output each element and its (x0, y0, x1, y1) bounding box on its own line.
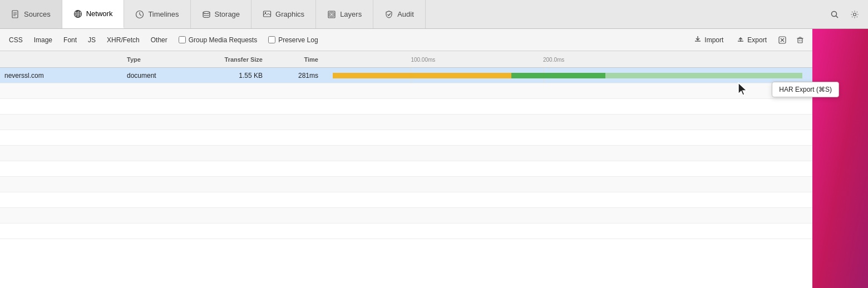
ruler-label-200ms: 200.0ms (543, 56, 564, 62)
table-row[interactable]: neverssl.com document 1.55 KB 281ms (0, 68, 812, 83)
col-type-header[interactable]: Type (122, 56, 195, 63)
col-size-header[interactable]: Transfer Size (195, 56, 267, 63)
clear-icon-btn[interactable] (775, 32, 790, 48)
cell-name: neverssl.com (0, 72, 122, 80)
timelines-icon (135, 10, 144, 19)
tab-storage-label: Storage (215, 10, 240, 18)
layers-icon (327, 10, 336, 19)
empty-row-2 (0, 99, 812, 115)
svg-point-18 (854, 13, 856, 16)
empty-row-7 (0, 177, 812, 192)
tab-timelines-label: Timelines (148, 10, 179, 18)
group-media-label: Group Media Requests (189, 36, 257, 44)
empty-row-5 (0, 146, 812, 161)
trash-icon-btn[interactable] (792, 32, 808, 48)
cell-waterfall (323, 68, 812, 83)
group-media-input[interactable] (179, 36, 186, 43)
import-icon (694, 35, 702, 44)
svg-point-10 (203, 11, 210, 13)
svg-point-12 (265, 12, 266, 13)
svg-rect-14 (329, 12, 334, 17)
preserve-log-label: Preserve Log (278, 36, 318, 44)
svg-rect-22 (798, 38, 802, 43)
bar-light-green (605, 73, 803, 78)
settings-icon-btn[interactable] (846, 6, 864, 23)
ruler-label-100ms: 100.00ms (411, 56, 435, 62)
right-panel (812, 29, 868, 288)
filter-font[interactable]: Font (59, 34, 81, 46)
tab-actions (821, 0, 868, 28)
export-label: Export (747, 36, 767, 44)
cell-type: document (122, 72, 195, 80)
import-label: Import (704, 36, 723, 44)
storage-icon (202, 10, 211, 19)
bar-green (511, 73, 605, 78)
filter-bar: CSS Image Font JS XHR/Fetch Other Group … (0, 29, 812, 51)
empty-row-8 (0, 192, 812, 208)
tab-timelines[interactable]: Timelines (124, 0, 190, 28)
tab-sources-label: Sources (24, 10, 51, 18)
import-button[interactable]: Import (688, 33, 729, 46)
svg-line-9 (140, 14, 141, 16)
tab-graphics-label: Graphics (275, 10, 304, 18)
empty-row-3 (0, 115, 812, 130)
audit-icon (384, 10, 393, 19)
cell-size: 1.55 KB (195, 72, 267, 80)
waterfall-bars (333, 73, 803, 78)
graphics-icon (263, 10, 272, 19)
group-media-checkbox[interactable]: Group Media Requests (174, 34, 262, 46)
preserve-log-input[interactable] (268, 36, 275, 43)
tab-spacer (426, 0, 821, 28)
tab-audit-label: Audit (397, 10, 414, 18)
filter-xhr[interactable]: XHR/Fetch (102, 34, 144, 46)
tab-network-label: Network (86, 9, 113, 18)
preserve-log-checkbox[interactable]: Preserve Log (264, 34, 322, 46)
content-area: CSS Image Font JS XHR/Fetch Other Group … (0, 29, 812, 288)
network-icon (73, 9, 82, 18)
tab-network[interactable]: Network (62, 0, 125, 28)
search-icon-btn[interactable] (826, 6, 844, 23)
empty-row-9 (0, 208, 812, 224)
table-header: Type Transfer Size Time 100.00ms 200.0ms (0, 51, 812, 68)
svg-line-17 (836, 16, 838, 18)
tab-layers[interactable]: Layers (316, 0, 373, 28)
filter-image[interactable]: Image (29, 34, 57, 46)
tab-layers-label: Layers (340, 10, 362, 18)
sources-icon (11, 10, 20, 19)
empty-row-4 (0, 130, 812, 146)
tab-graphics[interactable]: Graphics (251, 0, 316, 28)
tab-sources[interactable]: Sources (0, 0, 62, 28)
export-button[interactable]: Export (731, 33, 772, 46)
cell-time: 281ms (267, 72, 323, 80)
tab-bar: Sources Network Timelines (0, 0, 868, 29)
col-time-header[interactable]: Time (267, 56, 323, 63)
bar-yellow (333, 73, 511, 78)
tab-audit[interactable]: Audit (373, 0, 426, 28)
filter-css[interactable]: CSS (4, 34, 27, 46)
empty-row-1 (0, 83, 812, 99)
empty-row-6 (0, 161, 812, 177)
tab-storage[interactable]: Storage (191, 0, 252, 28)
svg-point-16 (832, 11, 837, 16)
main-content: CSS Image Font JS XHR/Fetch Other Group … (0, 29, 868, 288)
filter-other[interactable]: Other (146, 34, 172, 46)
filter-js[interactable]: JS (83, 34, 100, 46)
svg-rect-15 (331, 13, 333, 16)
table-body: neverssl.com document 1.55 KB 281ms (0, 68, 812, 288)
export-icon (737, 35, 744, 44)
empty-row-10 (0, 224, 812, 239)
